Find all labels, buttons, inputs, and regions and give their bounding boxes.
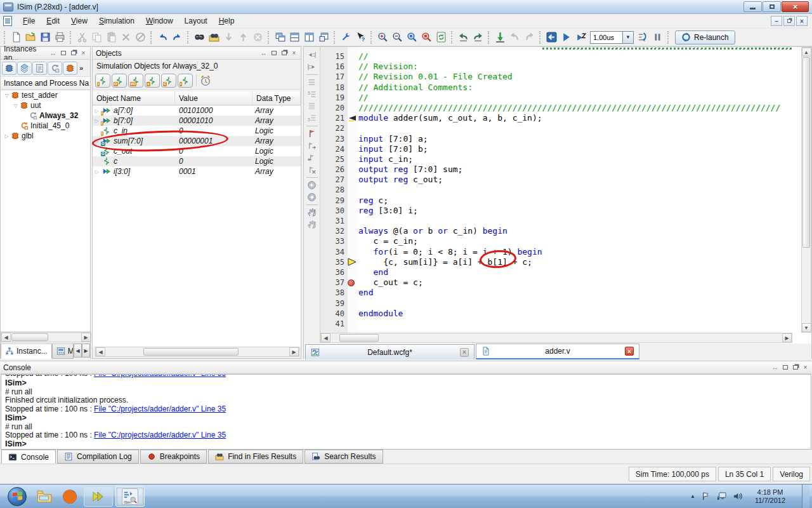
chevron-down-icon[interactable]: ▼ [623, 31, 634, 44]
nav-forward-circle-button[interactable] [306, 191, 318, 203]
object-row-c[interactable]: c0Logic [93, 156, 301, 166]
bookmark-toggle-button[interactable] [306, 128, 318, 140]
new-file-button[interactable] [9, 30, 23, 44]
print-button[interactable] [53, 30, 67, 44]
object-row-i30[interactable]: ▷i[3:0]0001Array [93, 166, 301, 177]
scroll-left-icon[interactable]: ◀ [96, 347, 105, 356]
bookmark-prev-button[interactable] [306, 152, 318, 164]
tile-horizontally-button[interactable] [287, 30, 302, 44]
more-buttons-chevron-icon[interactable]: » [79, 64, 83, 72]
find-next-button[interactable] [221, 30, 236, 44]
console-tab-breakpoints[interactable]: Breakpoints [140, 450, 207, 464]
close-icon[interactable]: × [80, 50, 87, 57]
menu-window[interactable]: Window [140, 15, 179, 27]
restart-button[interactable] [544, 30, 559, 44]
navigate-forward-button[interactable] [471, 30, 485, 44]
cascade-windows-button[interactable] [273, 30, 287, 44]
filter-inout-button[interactable]: I/O [128, 74, 143, 88]
navigate-back-button[interactable] [456, 30, 471, 44]
find-previous-button[interactable] [236, 30, 251, 44]
code-line-17[interactable]: 17// Revision 0.01 - File Created [320, 72, 792, 82]
prev-marker-button[interactable] [508, 30, 522, 44]
object-row-c_in[interactable]: Ic_in0Logic [93, 126, 301, 136]
scroll-thumb[interactable] [11, 333, 48, 341]
run-all-button[interactable] [559, 30, 573, 44]
code-line-39[interactable]: 39 [320, 298, 792, 309]
ise-taskbar-button[interactable] [84, 486, 113, 507]
filter-input-button[interactable]: I [95, 74, 110, 88]
undock-icon[interactable]: ↔ [771, 364, 778, 371]
code-line-20[interactable]: 20//////////////////////////////////////… [320, 103, 792, 113]
show-desktop-button[interactable] [802, 485, 809, 508]
scroll-right-icon[interactable]: ▶ [782, 333, 792, 342]
show-instances-button[interactable] [2, 62, 16, 75]
console-tab-compilation-log[interactable]: Compilation Log [57, 450, 139, 464]
expander-icon[interactable]: ▷ [93, 118, 101, 124]
tray-expand-icon[interactable]: ▲ [690, 493, 695, 499]
code-line-31[interactable]: 31 [320, 216, 792, 226]
firefox-taskbar-icon[interactable] [57, 486, 82, 507]
code-line-38[interactable]: 38end [320, 288, 792, 298]
expander-icon[interactable]: ▽ [11, 103, 20, 109]
expander-icon[interactable]: ▷ [93, 138, 101, 144]
column-header-data-type[interactable]: Data Type [252, 91, 301, 105]
expander-icon[interactable]: ▷ [93, 169, 101, 175]
explorer-taskbar-icon[interactable] [32, 486, 57, 507]
instances-hscrollbar[interactable]: ◀ ▶ [1, 332, 91, 342]
tile-vertically-button[interactable] [302, 30, 317, 44]
ruler-1-button[interactable] [306, 76, 318, 88]
ruler-5b-button[interactable]: 5 [306, 112, 318, 124]
step-button[interactable] [636, 30, 650, 44]
tree-item-test_adder[interactable]: ▽test_adder [1, 90, 90, 100]
code-line-23[interactable]: 23input [7:0] a; [320, 134, 792, 144]
console-tab-search-results[interactable]: Search Results [304, 450, 383, 464]
select-hand-button[interactable] [306, 218, 318, 231]
taskbar-clock[interactable]: 4:18 PM 11/7/2012 [749, 488, 791, 505]
code-line-19[interactable]: 19// [320, 93, 792, 103]
instances-column-header[interactable]: Instance and Process Na [1, 77, 90, 90]
ruler-5a-button[interactable]: 5 [306, 88, 318, 100]
console-file-link[interactable]: File "C:/projects/adder/adder.v" Line 35 [94, 431, 226, 439]
zoom-to-area-button[interactable] [419, 30, 434, 44]
code-line-16[interactable]: 16// Revision: [320, 62, 792, 72]
filter-output-button[interactable]: O [112, 74, 127, 88]
code-line-18[interactable]: 18// Additional Comments: [320, 83, 792, 93]
editor-content[interactable]: 15//16// Revision:17// Revision 0.01 - F… [320, 47, 792, 333]
object-row-sum70[interactable]: ▷Osum[7:0]00000001Array [93, 136, 301, 146]
bottom-tab-instanc[interactable]: Instanc... [1, 344, 52, 359]
float-icon[interactable] [280, 50, 287, 57]
code-line-40[interactable]: 40endmodule [320, 309, 792, 319]
code-line-15[interactable]: 15// [320, 51, 792, 62]
settings-wrench-button[interactable] [339, 30, 353, 44]
run-time-input[interactable] [590, 31, 623, 44]
mdi-minimize-button[interactable]: – [771, 16, 782, 26]
menu-layout[interactable]: Layout [179, 15, 213, 27]
code-line-29[interactable]: 29reg c; [320, 196, 792, 206]
cancel-operation-button[interactable] [133, 30, 148, 44]
menu-help[interactable]: Help [213, 15, 240, 27]
relaunch-button[interactable]: Re-launch [675, 30, 735, 44]
editor-tab-adderv[interactable]: adder.v× [476, 344, 639, 359]
close-icon[interactable]: × [291, 50, 298, 57]
filter-variable-button[interactable]: t [178, 74, 193, 88]
expander-icon[interactable]: ▷ [3, 133, 11, 139]
cut-button[interactable] [75, 30, 89, 44]
expander-icon[interactable]: ▷ [93, 108, 101, 114]
show-processes-button[interactable] [48, 62, 62, 75]
object-row-a70[interactable]: ▷Ia[7:0]00101000Array [93, 105, 301, 116]
network-tray-icon[interactable] [716, 491, 727, 501]
scroll-left-icon[interactable]: ◀ [321, 333, 331, 342]
alarm-clock-icon[interactable] [200, 75, 211, 86]
float-icon[interactable] [792, 364, 799, 371]
save-button[interactable] [38, 30, 53, 44]
tab-scroll-left-icon[interactable]: ◀ [74, 344, 82, 358]
stop-find-button[interactable] [251, 30, 265, 44]
code-line-37[interactable]: 37 c_out = c; [320, 277, 792, 288]
tree-item-always_32[interactable]: Always_32 [1, 110, 90, 121]
scroll-thumb[interactable] [143, 348, 239, 356]
delete-button[interactable] [119, 30, 133, 44]
scroll-right-icon[interactable]: ▶ [81, 333, 91, 342]
menu-edit[interactable]: Edit [41, 15, 65, 27]
minimize-button[interactable] [743, 1, 762, 12]
next-marker-button[interactable] [522, 30, 537, 44]
